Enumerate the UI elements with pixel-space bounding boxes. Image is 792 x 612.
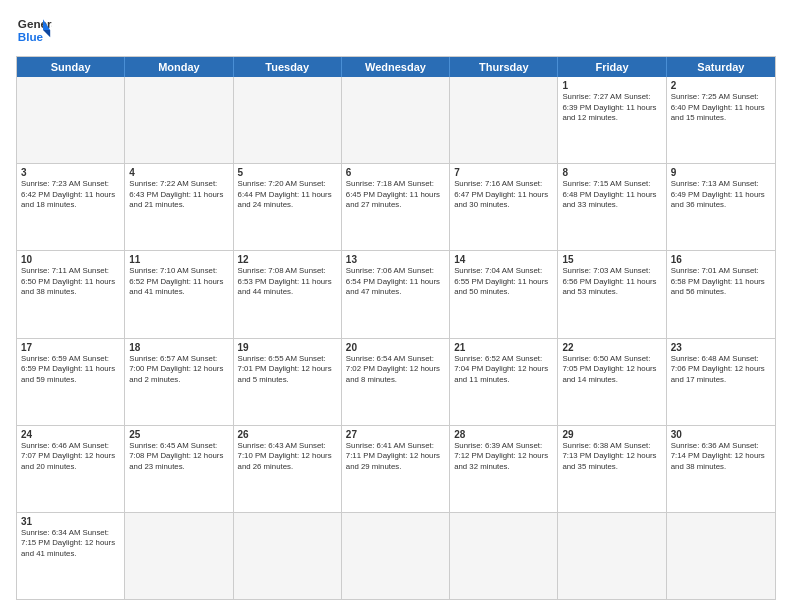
page: General Blue Sunday Monday Tuesday Wedne…	[0, 0, 792, 612]
week-row-2: 3Sunrise: 7:23 AM Sunset: 6:42 PM Daylig…	[17, 163, 775, 250]
calendar-cell	[450, 513, 558, 599]
header-monday: Monday	[125, 57, 233, 77]
day-number: 4	[129, 167, 228, 178]
day-number: 13	[346, 254, 445, 265]
calendar-cell: 11Sunrise: 7:10 AM Sunset: 6:52 PM Dayli…	[125, 251, 233, 337]
day-number: 11	[129, 254, 228, 265]
day-number: 19	[238, 342, 337, 353]
calendar-cell	[667, 513, 775, 599]
calendar-cell: 7Sunrise: 7:16 AM Sunset: 6:47 PM Daylig…	[450, 164, 558, 250]
day-info: Sunrise: 7:22 AM Sunset: 6:43 PM Dayligh…	[129, 179, 228, 211]
calendar-cell: 13Sunrise: 7:06 AM Sunset: 6:54 PM Dayli…	[342, 251, 450, 337]
logo-icon: General Blue	[16, 12, 52, 48]
calendar-cell: 24Sunrise: 6:46 AM Sunset: 7:07 PM Dayli…	[17, 426, 125, 512]
day-number: 25	[129, 429, 228, 440]
calendar-cell: 26Sunrise: 6:43 AM Sunset: 7:10 PM Dayli…	[234, 426, 342, 512]
calendar-cell: 28Sunrise: 6:39 AM Sunset: 7:12 PM Dayli…	[450, 426, 558, 512]
day-info: Sunrise: 6:52 AM Sunset: 7:04 PM Dayligh…	[454, 354, 553, 386]
header-wednesday: Wednesday	[342, 57, 450, 77]
calendar-cell: 29Sunrise: 6:38 AM Sunset: 7:13 PM Dayli…	[558, 426, 666, 512]
day-info: Sunrise: 6:41 AM Sunset: 7:11 PM Dayligh…	[346, 441, 445, 473]
week-row-last: 31Sunrise: 6:34 AM Sunset: 7:15 PM Dayli…	[17, 512, 775, 599]
day-info: Sunrise: 7:04 AM Sunset: 6:55 PM Dayligh…	[454, 266, 553, 298]
calendar-cell: 19Sunrise: 6:55 AM Sunset: 7:01 PM Dayli…	[234, 339, 342, 425]
day-info: Sunrise: 7:20 AM Sunset: 6:44 PM Dayligh…	[238, 179, 337, 211]
svg-marker-3	[43, 30, 50, 37]
day-number: 3	[21, 167, 120, 178]
day-info: Sunrise: 6:34 AM Sunset: 7:15 PM Dayligh…	[21, 528, 120, 560]
calendar-cell: 2Sunrise: 7:25 AM Sunset: 6:40 PM Daylig…	[667, 77, 775, 163]
day-info: Sunrise: 6:39 AM Sunset: 7:12 PM Dayligh…	[454, 441, 553, 473]
day-info: Sunrise: 7:25 AM Sunset: 6:40 PM Dayligh…	[671, 92, 771, 124]
calendar-cell: 31Sunrise: 6:34 AM Sunset: 7:15 PM Dayli…	[17, 513, 125, 599]
calendar-header: Sunday Monday Tuesday Wednesday Thursday…	[17, 57, 775, 77]
calendar-cell: 12Sunrise: 7:08 AM Sunset: 6:53 PM Dayli…	[234, 251, 342, 337]
day-number: 6	[346, 167, 445, 178]
week-row-5: 24Sunrise: 6:46 AM Sunset: 7:07 PM Dayli…	[17, 425, 775, 512]
calendar-cell: 5Sunrise: 7:20 AM Sunset: 6:44 PM Daylig…	[234, 164, 342, 250]
day-info: Sunrise: 7:27 AM Sunset: 6:39 PM Dayligh…	[562, 92, 661, 124]
calendar-cell: 17Sunrise: 6:59 AM Sunset: 6:59 PM Dayli…	[17, 339, 125, 425]
day-info: Sunrise: 7:18 AM Sunset: 6:45 PM Dayligh…	[346, 179, 445, 211]
calendar-cell	[234, 77, 342, 163]
day-info: Sunrise: 6:45 AM Sunset: 7:08 PM Dayligh…	[129, 441, 228, 473]
calendar-body: 1Sunrise: 7:27 AM Sunset: 6:39 PM Daylig…	[17, 77, 775, 599]
calendar: Sunday Monday Tuesday Wednesday Thursday…	[16, 56, 776, 600]
day-number: 26	[238, 429, 337, 440]
calendar-cell: 21Sunrise: 6:52 AM Sunset: 7:04 PM Dayli…	[450, 339, 558, 425]
day-number: 28	[454, 429, 553, 440]
svg-text:Blue: Blue	[18, 30, 44, 43]
week-row-4: 17Sunrise: 6:59 AM Sunset: 6:59 PM Dayli…	[17, 338, 775, 425]
day-number: 21	[454, 342, 553, 353]
day-info: Sunrise: 6:50 AM Sunset: 7:05 PM Dayligh…	[562, 354, 661, 386]
header: General Blue	[16, 12, 776, 48]
day-info: Sunrise: 6:38 AM Sunset: 7:13 PM Dayligh…	[562, 441, 661, 473]
calendar-cell: 30Sunrise: 6:36 AM Sunset: 7:14 PM Dayli…	[667, 426, 775, 512]
day-number: 15	[562, 254, 661, 265]
day-number: 27	[346, 429, 445, 440]
calendar-cell	[17, 77, 125, 163]
calendar-cell	[342, 513, 450, 599]
day-number: 1	[562, 80, 661, 91]
calendar-cell: 22Sunrise: 6:50 AM Sunset: 7:05 PM Dayli…	[558, 339, 666, 425]
calendar-cell: 15Sunrise: 7:03 AM Sunset: 6:56 PM Dayli…	[558, 251, 666, 337]
day-number: 23	[671, 342, 771, 353]
calendar-cell	[125, 513, 233, 599]
day-info: Sunrise: 7:01 AM Sunset: 6:58 PM Dayligh…	[671, 266, 771, 298]
day-number: 16	[671, 254, 771, 265]
day-number: 7	[454, 167, 553, 178]
header-thursday: Thursday	[450, 57, 558, 77]
calendar-cell	[234, 513, 342, 599]
day-info: Sunrise: 6:54 AM Sunset: 7:02 PM Dayligh…	[346, 354, 445, 386]
header-sunday: Sunday	[17, 57, 125, 77]
day-info: Sunrise: 6:48 AM Sunset: 7:06 PM Dayligh…	[671, 354, 771, 386]
week-row-3: 10Sunrise: 7:11 AM Sunset: 6:50 PM Dayli…	[17, 250, 775, 337]
header-saturday: Saturday	[667, 57, 775, 77]
day-info: Sunrise: 6:59 AM Sunset: 6:59 PM Dayligh…	[21, 354, 120, 386]
calendar-cell	[125, 77, 233, 163]
calendar-cell: 1Sunrise: 7:27 AM Sunset: 6:39 PM Daylig…	[558, 77, 666, 163]
day-info: Sunrise: 6:43 AM Sunset: 7:10 PM Dayligh…	[238, 441, 337, 473]
day-number: 24	[21, 429, 120, 440]
day-info: Sunrise: 6:36 AM Sunset: 7:14 PM Dayligh…	[671, 441, 771, 473]
calendar-cell	[450, 77, 558, 163]
calendar-cell: 8Sunrise: 7:15 AM Sunset: 6:48 PM Daylig…	[558, 164, 666, 250]
day-number: 2	[671, 80, 771, 91]
day-info: Sunrise: 7:23 AM Sunset: 6:42 PM Dayligh…	[21, 179, 120, 211]
day-number: 17	[21, 342, 120, 353]
day-info: Sunrise: 7:16 AM Sunset: 6:47 PM Dayligh…	[454, 179, 553, 211]
day-number: 14	[454, 254, 553, 265]
calendar-cell: 16Sunrise: 7:01 AM Sunset: 6:58 PM Dayli…	[667, 251, 775, 337]
day-number: 18	[129, 342, 228, 353]
calendar-cell: 27Sunrise: 6:41 AM Sunset: 7:11 PM Dayli…	[342, 426, 450, 512]
header-friday: Friday	[558, 57, 666, 77]
day-number: 10	[21, 254, 120, 265]
day-info: Sunrise: 6:46 AM Sunset: 7:07 PM Dayligh…	[21, 441, 120, 473]
day-info: Sunrise: 7:13 AM Sunset: 6:49 PM Dayligh…	[671, 179, 771, 211]
calendar-cell: 9Sunrise: 7:13 AM Sunset: 6:49 PM Daylig…	[667, 164, 775, 250]
day-number: 8	[562, 167, 661, 178]
day-info: Sunrise: 7:11 AM Sunset: 6:50 PM Dayligh…	[21, 266, 120, 298]
logo: General Blue	[16, 12, 52, 48]
day-info: Sunrise: 7:06 AM Sunset: 6:54 PM Dayligh…	[346, 266, 445, 298]
header-tuesday: Tuesday	[234, 57, 342, 77]
